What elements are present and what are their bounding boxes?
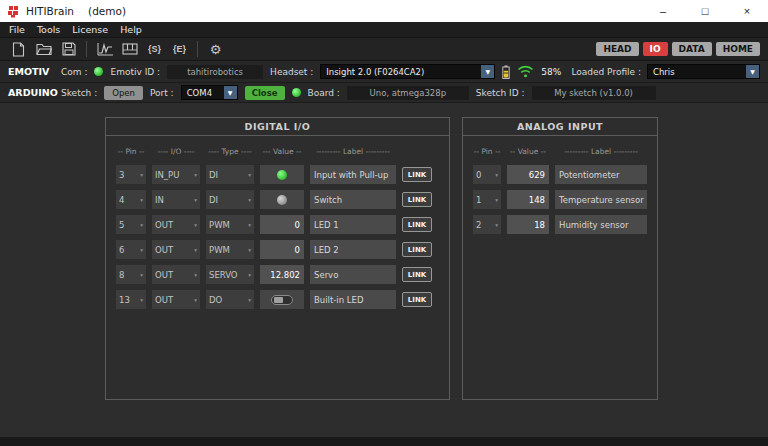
type-select[interactable]: SERVO ▾: [206, 265, 254, 284]
value-indicator-cell: [260, 190, 304, 209]
label-field[interactable]: LED 2: [310, 240, 396, 259]
sketch-label: Sketch :: [61, 88, 97, 98]
type-value: PWM: [209, 245, 230, 255]
chevron-down-icon: ▾: [194, 272, 197, 278]
type-select[interactable]: DI ▾: [206, 165, 254, 184]
type-column-header: ---- Type ----: [206, 147, 254, 156]
menu-help[interactable]: Help: [114, 24, 148, 35]
emotiv-id-field[interactable]: tahitirobotics: [167, 65, 263, 79]
label-field[interactable]: Switch: [310, 190, 396, 209]
headset-label: Headset :: [270, 67, 313, 77]
value-field[interactable]: 0: [260, 215, 304, 234]
sketch-id-label: Sketch ID :: [476, 88, 525, 98]
close-button[interactable]: ×: [726, 0, 768, 22]
analog-input-headers: -- Pin -- -- Value -- --------- Label --…: [473, 147, 647, 156]
io-select[interactable]: IN_PU ▾: [152, 165, 200, 184]
link-button[interactable]: LINK: [402, 217, 432, 232]
close-port-button[interactable]: Close: [245, 86, 285, 100]
head-view-button[interactable]: HEAD: [596, 42, 638, 56]
type-select[interactable]: DO ▾: [206, 290, 254, 309]
digital-io-body: -- Pin -- ---- I/O ---- ---- Type ---- -…: [106, 136, 449, 323]
pin-select[interactable]: 3 ▾: [116, 165, 146, 184]
link-column-header: [402, 147, 432, 156]
label-field[interactable]: Input with Pull-up: [310, 165, 396, 184]
link-button[interactable]: LINK: [402, 292, 432, 307]
io-value: OUT: [155, 245, 173, 255]
io-select[interactable]: OUT ▾: [152, 215, 200, 234]
save-button[interactable]: [56, 39, 81, 59]
link-button[interactable]: LINK: [402, 267, 432, 282]
menu-tools[interactable]: Tools: [31, 24, 66, 35]
output-toggle[interactable]: [271, 295, 293, 305]
window-footer: [0, 437, 768, 446]
title-bar: HITIBrain (demo) – □ ×: [0, 0, 768, 22]
arduino-status-dot: [292, 88, 301, 97]
label-field[interactable]: Temperature sensor: [555, 190, 647, 209]
script-s-button[interactable]: {S}: [142, 39, 167, 59]
menu-file[interactable]: File: [3, 24, 31, 35]
value-field[interactable]: 0: [260, 240, 304, 259]
pin-select[interactable]: 0 ▾: [473, 165, 501, 184]
data-view-button[interactable]: DATA: [672, 42, 712, 56]
script-e-button[interactable]: {E}: [167, 39, 192, 59]
arduino-section: ARDUINO Sketch : Open Port : COM4 ▼ Clos…: [0, 83, 768, 103]
pin-value: 5: [119, 220, 124, 230]
pin-select[interactable]: 8 ▾: [116, 265, 146, 284]
digital-io-row: 8 ▾ OUT ▾ SERVO ▾ 12.802 Servo LINK: [116, 265, 439, 284]
keyboard-button[interactable]: [117, 39, 142, 59]
io-select[interactable]: OUT ▾: [152, 265, 200, 284]
maximize-button[interactable]: □: [684, 0, 726, 22]
pin-select[interactable]: 4 ▾: [116, 190, 146, 209]
digital-io-row: 3 ▾ IN_PU ▾ DI ▾ Input with Pull-up: [116, 165, 439, 184]
open-sketch-button[interactable]: Open: [104, 86, 143, 100]
headset-select[interactable]: Insight 2.0 (F0264CA2) ▼: [320, 64, 495, 79]
home-view-button[interactable]: HOME: [716, 42, 760, 56]
label-field[interactable]: Humidity sensor: [555, 215, 647, 234]
label-field[interactable]: Potentiometer: [555, 165, 647, 184]
new-file-button[interactable]: [6, 39, 31, 59]
signal-chart-button[interactable]: [92, 39, 117, 59]
label-field[interactable]: Servo: [310, 265, 396, 284]
settings-button[interactable]: ⚙: [203, 39, 228, 59]
profile-select[interactable]: Chris ▼: [647, 64, 760, 79]
window-controls: – □ ×: [642, 0, 768, 22]
type-select[interactable]: PWM ▾: [206, 240, 254, 259]
chevron-down-icon: ▼: [481, 65, 494, 78]
pin-select[interactable]: 6 ▾: [116, 240, 146, 259]
type-select[interactable]: DI ▾: [206, 190, 254, 209]
menu-license[interactable]: License: [66, 24, 114, 35]
link-button[interactable]: LINK: [402, 192, 432, 207]
io-value: OUT: [155, 220, 173, 230]
io-value: IN: [155, 195, 164, 205]
port-select[interactable]: COM4 ▼: [181, 85, 238, 100]
pin-select[interactable]: 2 ▾: [473, 215, 501, 234]
io-select[interactable]: OUT ▾: [152, 290, 200, 309]
io-view-button[interactable]: IO: [643, 42, 668, 56]
link-button[interactable]: LINK: [402, 242, 432, 257]
pin-value: 3: [119, 170, 124, 180]
type-select[interactable]: PWM ▾: [206, 215, 254, 234]
pin-select[interactable]: 1 ▾: [473, 190, 501, 209]
value-field[interactable]: 12.802: [260, 265, 304, 284]
chevron-down-icon: ▾: [140, 247, 143, 253]
io-value: OUT: [155, 295, 173, 305]
emotiv-section: EMOTIV Com : Emotiv ID : tahitirobotics …: [0, 61, 768, 83]
link-button[interactable]: LINK: [402, 167, 432, 182]
label-field[interactable]: Built-in LED: [310, 290, 396, 309]
value-field: 148: [507, 190, 549, 209]
chevron-down-icon: ▾: [248, 222, 251, 228]
pin-select[interactable]: 5 ▾: [116, 215, 146, 234]
label-field[interactable]: LED 1: [310, 215, 396, 234]
chevron-down-icon: ▾: [140, 222, 143, 228]
open-folder-button[interactable]: [31, 39, 56, 59]
io-select[interactable]: OUT ▾: [152, 240, 200, 259]
headset-value: Insight 2.0 (F0264CA2): [321, 65, 481, 78]
com-label: Com :: [61, 67, 87, 77]
minimize-button[interactable]: –: [642, 0, 684, 22]
chevron-down-icon: ▾: [495, 172, 498, 178]
window-demo-label: (demo): [88, 5, 126, 17]
chevron-down-icon: ▾: [495, 222, 498, 228]
pin-select[interactable]: 13 ▾: [116, 290, 146, 309]
pin-value: 4: [119, 195, 124, 205]
io-select[interactable]: IN ▾: [152, 190, 200, 209]
